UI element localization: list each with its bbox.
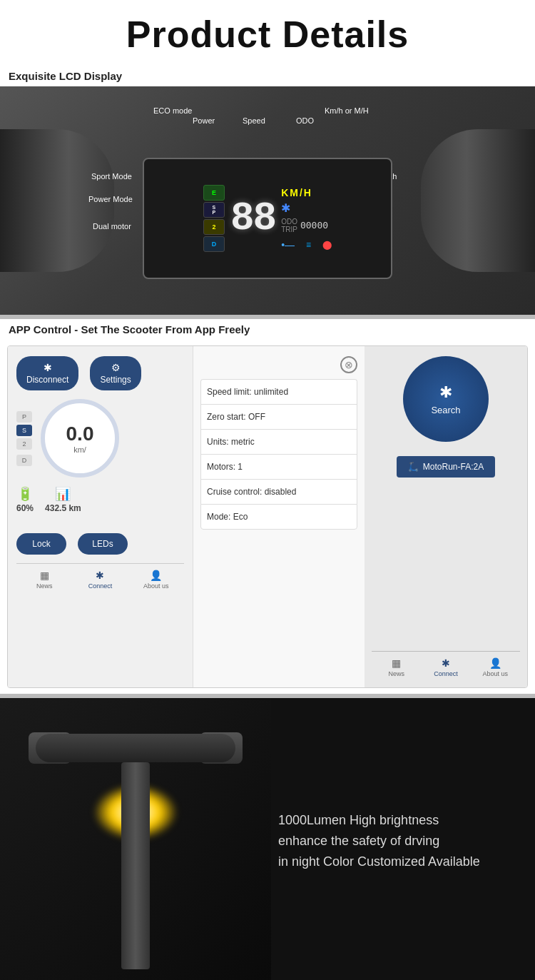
- setting-mode: Mode: Eco: [200, 504, 357, 530]
- app-left-panel: ✱ Disconnect ⚙ Settings P S 2 D 0.0 km/: [8, 346, 193, 687]
- section-lcd: Exquisite LCD Display ECO mode Power Spe…: [0, 66, 535, 315]
- disconnect-icon: ✱: [44, 362, 52, 373]
- mode-indicators: P S 2 D: [16, 411, 32, 466]
- lcd-kmh-label: KM/H: [281, 187, 312, 198]
- anno-eco-mode: ECO mode: [153, 106, 192, 115]
- page-title: Product Details: [7, 13, 528, 56]
- app-top-buttons: ✱ Disconnect ⚙ Settings: [16, 356, 184, 390]
- lcd-trip-digits: 00000: [300, 220, 328, 231]
- battery-value: 60%: [16, 503, 34, 513]
- app-right-nav: ▦ News ✱ Connect 👤 About us: [372, 651, 520, 677]
- close-button[interactable]: ⊗: [340, 356, 357, 373]
- nav-about-left[interactable]: 👤 About us: [128, 570, 184, 590]
- anno-speed: Speed: [243, 116, 265, 125]
- odometer-icon: 📊: [55, 486, 71, 502]
- nav-about-label-left: About us: [143, 582, 169, 590]
- lock-button[interactable]: Lock: [16, 533, 66, 555]
- light-description: 1000Lumen High brightness enhance the sa…: [278, 810, 521, 872]
- handlebar-shape: [36, 734, 235, 762]
- lock-label: Lock: [32, 539, 50, 549]
- mode-2: 2: [16, 438, 32, 450]
- disconnect-button[interactable]: ✱ Disconnect: [16, 356, 78, 390]
- lcd-temp-icon: ⬤: [322, 240, 332, 250]
- lcd-odo-label: ODOTRIP: [281, 218, 297, 233]
- indicator-d: D: [203, 236, 225, 252]
- nav-about-right[interactable]: 👤 About us: [471, 657, 520, 677]
- anno-sport-mode: Sport Mode: [91, 172, 132, 181]
- lcd-inner: E SP 2 D 88 KM/H ✱: [198, 179, 337, 258]
- settings-label: Settings: [100, 375, 131, 385]
- connect-icon-right: ✱: [442, 657, 450, 669]
- app-section-label: APP Control - Set The Scooter From App F…: [0, 319, 535, 340]
- nav-news-right[interactable]: ▦ News: [372, 657, 421, 677]
- setting-cruise: Cruise control: disabled: [200, 479, 357, 504]
- battery-stat: 🔋 60%: [16, 486, 34, 513]
- nav-connect-right[interactable]: ✱ Connect: [421, 657, 470, 677]
- lcd-odo-row: ODOTRIP 00000: [281, 218, 328, 233]
- search-button[interactable]: ✱ Search: [403, 356, 489, 442]
- indicator-e: E: [203, 185, 225, 201]
- lcd-speed-display: 88: [230, 196, 275, 241]
- speed-value: 0.0: [66, 423, 94, 445]
- bluetooth-search-icon: ✱: [439, 383, 452, 402]
- nav-news-label-left: News: [36, 582, 53, 590]
- speedometer-circle: 0.0 km/: [41, 399, 119, 478]
- scooter-icon: 🛴: [408, 462, 419, 472]
- device-item[interactable]: 🛴 MotoRun-FA:2A: [397, 456, 495, 478]
- news-icon-right: ▦: [392, 657, 401, 669]
- lcd-left-indicators: E SP 2 D: [203, 185, 225, 252]
- nav-connect-left[interactable]: ✱ Connect: [72, 570, 128, 590]
- indicator-sp: SP: [203, 202, 225, 218]
- light-text-line3: in night Color Customized Available: [278, 854, 480, 868]
- scooter-light-area: [0, 698, 271, 980]
- app-middle-panel: ⊗ Speed limit: unlimited Zero start: OFF…: [193, 346, 365, 687]
- setting-units: Units: metric: [200, 429, 357, 454]
- light-text-line2: enhance the safety of drving: [278, 834, 439, 848]
- device-name: MotoRun-FA:2A: [423, 462, 484, 472]
- settings-button[interactable]: ⚙ Settings: [90, 356, 141, 390]
- nav-news-label-right: News: [388, 670, 404, 677]
- odometer-value: 432.5 km: [45, 503, 81, 513]
- disconnect-label: Disconnect: [26, 375, 68, 385]
- anno-dual-motor: Dual motor: [93, 222, 131, 231]
- lcd-image-area: ECO mode Power Speed ODO Km/h or M/H Spo…: [0, 86, 535, 315]
- light-text-line1: 1000Lumen High brightness: [278, 813, 439, 827]
- lcd-bottom-row: •— ≡ ⬤: [281, 239, 332, 251]
- odometer-stat: 📊 432.5 km: [45, 486, 81, 513]
- lcd-right-area: KM/H ✱ ODOTRIP 00000 •— ≡ ⬤: [281, 187, 332, 251]
- anno-kmh-or-mh: Km/h or M/H: [325, 106, 369, 115]
- nav-about-label-right: About us: [483, 670, 509, 677]
- settings-icon: ⚙: [111, 362, 121, 373]
- setting-motors: Motors: 1: [200, 454, 357, 479]
- mode-s: S: [16, 425, 32, 436]
- nav-news-left[interactable]: ▦ News: [16, 570, 72, 590]
- nav-connect-label-right: Connect: [434, 670, 458, 677]
- section-light: 1000Lumen High brightness enhance the sa…: [0, 698, 535, 980]
- about-icon-right: 👤: [489, 657, 501, 669]
- app-bottom-buttons: Lock LEDs: [16, 533, 184, 555]
- scooter-stem: [121, 762, 150, 969]
- leds-button[interactable]: LEDs: [78, 533, 128, 555]
- lcd-section-label: Exquisite LCD Display: [0, 66, 535, 86]
- lcd-bluetooth-icon: ✱: [281, 201, 290, 215]
- setting-zero-start: Zero start: OFF: [200, 404, 357, 429]
- light-text-area: 1000Lumen High brightness enhance the sa…: [278, 810, 521, 872]
- scooter-svg: [21, 712, 250, 969]
- app-left-nav: ▦ News ✱ Connect 👤 About us: [16, 563, 184, 590]
- speedometer-area: P S 2 D 0.0 km/: [16, 399, 184, 478]
- section-app: APP Control - Set The Scooter From App F…: [0, 319, 535, 688]
- news-icon-left: ▦: [40, 570, 49, 581]
- handlebar-right: [421, 129, 535, 272]
- search-label: Search: [431, 405, 460, 415]
- setting-speed-limit: Speed limit: unlimited: [200, 379, 357, 404]
- page-header: Product Details: [0, 0, 535, 66]
- anno-power-mode: Power Mode: [88, 195, 133, 203]
- anno-odo: ODO: [296, 116, 314, 125]
- connect-icon-left: ✱: [96, 570, 104, 581]
- lcd-display-box: E SP 2 D 88 KM/H ✱: [143, 158, 392, 279]
- close-row: ⊗: [200, 356, 357, 373]
- leds-label: LEDs: [92, 539, 113, 549]
- mode-d: D: [16, 455, 32, 466]
- speed-unit: km/: [73, 445, 86, 454]
- anno-power: Power: [193, 116, 215, 125]
